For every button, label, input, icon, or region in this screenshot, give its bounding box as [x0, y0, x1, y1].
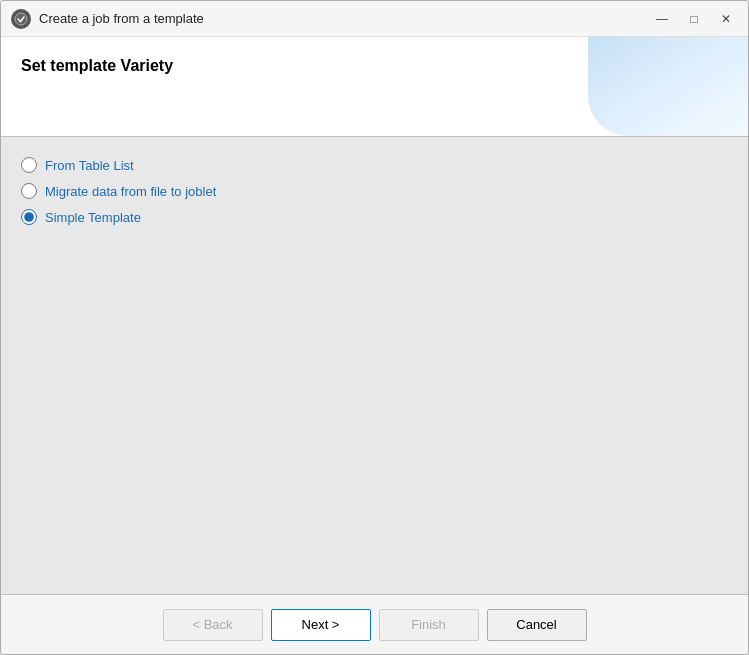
radio-label-from-table-list: From Table List	[45, 158, 134, 173]
radio-item-from-table-list[interactable]: From Table List	[21, 157, 728, 173]
finish-button[interactable]: Finish	[379, 609, 479, 641]
main-window: Create a job from a template — □ ✕ Set t…	[0, 0, 749, 655]
maximize-button[interactable]: □	[682, 9, 706, 29]
radio-simple-template[interactable]	[21, 209, 37, 225]
radio-label-migrate-data: Migrate data from file to joblet	[45, 184, 216, 199]
back-button[interactable]: < Back	[163, 609, 263, 641]
next-button[interactable]: Next >	[271, 609, 371, 641]
footer: < Back Next > Finish Cancel	[1, 594, 748, 654]
radio-group: From Table List Migrate data from file t…	[21, 157, 728, 225]
cancel-button[interactable]: Cancel	[487, 609, 587, 641]
radio-item-migrate-data[interactable]: Migrate data from file to joblet	[21, 183, 728, 199]
title-bar-left: Create a job from a template	[11, 9, 204, 29]
content-area: From Table List Migrate data from file t…	[1, 137, 748, 594]
radio-migrate-data[interactable]	[21, 183, 37, 199]
svg-point-0	[15, 13, 27, 25]
title-bar: Create a job from a template — □ ✕	[1, 1, 748, 37]
radio-from-table-list[interactable]	[21, 157, 37, 173]
header-decoration	[588, 37, 748, 136]
window-title: Create a job from a template	[39, 11, 204, 26]
title-bar-controls: — □ ✕	[650, 9, 738, 29]
app-icon	[11, 9, 31, 29]
radio-item-simple-template[interactable]: Simple Template	[21, 209, 728, 225]
header-section: Set template Variety	[1, 37, 748, 137]
radio-label-simple-template: Simple Template	[45, 210, 141, 225]
close-button[interactable]: ✕	[714, 9, 738, 29]
minimize-button[interactable]: —	[650, 9, 674, 29]
